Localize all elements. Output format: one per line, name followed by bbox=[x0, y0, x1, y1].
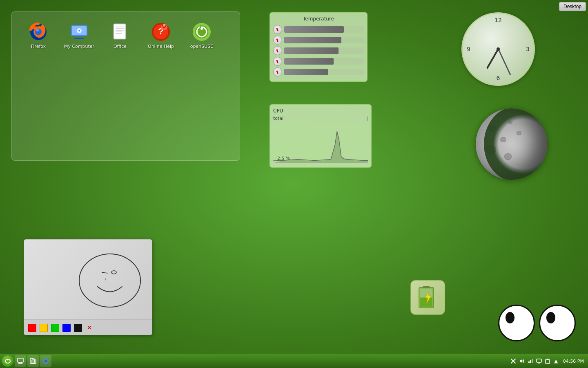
tray-tools-icon[interactable] bbox=[510, 357, 517, 365]
onlinehelp-label: Online Help bbox=[148, 44, 174, 49]
svg-point-35 bbox=[7, 359, 9, 361]
temp-row-2 bbox=[273, 36, 364, 45]
temp-gauge-3 bbox=[273, 46, 282, 55]
drawing-toolbar: ✕ bbox=[24, 319, 152, 335]
color-yellow[interactable] bbox=[40, 324, 48, 332]
svg-rect-7 bbox=[74, 38, 84, 39]
clock-center bbox=[497, 47, 500, 51]
clock-9: 9 bbox=[467, 46, 470, 52]
temperature-widget: Temperature bbox=[270, 12, 368, 82]
drawing-close[interactable]: ✕ bbox=[85, 324, 94, 332]
color-blue[interactable] bbox=[62, 324, 71, 332]
tray-display-icon[interactable] bbox=[535, 357, 543, 365]
svg-rect-10 bbox=[114, 25, 125, 38]
moon-face bbox=[476, 108, 547, 180]
minute-hand bbox=[498, 49, 511, 75]
office-icon-item[interactable]: Office bbox=[102, 20, 138, 51]
svg-rect-52 bbox=[546, 359, 550, 364]
color-green[interactable] bbox=[51, 324, 59, 332]
svg-point-26 bbox=[79, 254, 140, 307]
battery-icon-large bbox=[416, 283, 440, 312]
drawing-canvas[interactable] bbox=[24, 240, 152, 319]
color-red[interactable] bbox=[28, 324, 36, 332]
taskbar-start-button[interactable] bbox=[2, 355, 13, 367]
tray-clipboard-icon[interactable] bbox=[544, 357, 551, 365]
svg-rect-47 bbox=[530, 360, 531, 363]
pupil-right bbox=[546, 312, 555, 323]
temp-bar-container-3 bbox=[284, 47, 364, 54]
clock-6: 6 bbox=[497, 75, 500, 81]
svg-rect-49 bbox=[537, 359, 541, 362]
svg-rect-36 bbox=[18, 358, 23, 362]
svg-rect-32 bbox=[420, 298, 432, 307]
svg-rect-46 bbox=[528, 361, 530, 363]
mycomputer-icon bbox=[69, 22, 89, 42]
drawing-widget[interactable]: ✕ bbox=[24, 239, 152, 335]
cpu-graph: 2.5 % bbox=[273, 122, 368, 163]
temp-gauge-2 bbox=[273, 36, 282, 45]
svg-point-3 bbox=[36, 29, 39, 31]
opensuse-label: openSUSE bbox=[190, 44, 213, 49]
icon-area: Firefox My Computer bbox=[11, 11, 240, 161]
temp-row-1 bbox=[273, 25, 364, 34]
taskbar-btn-2[interactable] bbox=[27, 355, 39, 367]
temp-gauge-5 bbox=[273, 67, 282, 76]
temp-row-4 bbox=[273, 57, 364, 66]
firefox-icon-item[interactable]: Firefox bbox=[20, 20, 57, 51]
temperature-title: Temperature bbox=[273, 16, 364, 22]
svg-rect-48 bbox=[532, 359, 533, 363]
taskbar: ▲ 04:56 PM bbox=[0, 354, 588, 368]
temp-bar-container-4 bbox=[284, 58, 364, 65]
color-black[interactable] bbox=[74, 324, 82, 332]
onlinehelp-icon-item[interactable]: ? Online Help bbox=[143, 20, 179, 51]
temp-bar-3 bbox=[284, 47, 339, 54]
temp-bar-4 bbox=[284, 58, 334, 65]
svg-line-27 bbox=[102, 272, 108, 273]
svg-point-23 bbox=[200, 27, 203, 30]
hour-hand bbox=[486, 49, 499, 69]
temp-bar-2 bbox=[284, 37, 341, 43]
svg-line-29 bbox=[105, 278, 106, 280]
office-label: Office bbox=[114, 44, 127, 49]
cpu-header: CPU bbox=[273, 108, 368, 114]
desktop-button[interactable]: Desktop bbox=[559, 2, 586, 11]
svg-marker-45 bbox=[520, 359, 522, 363]
svg-point-28 bbox=[111, 271, 116, 274]
temp-row-5 bbox=[273, 67, 364, 76]
mycomputer-label: My Computer bbox=[64, 44, 94, 49]
opensuse-icon-item[interactable]: openSUSE bbox=[183, 20, 220, 51]
clock-3: 3 bbox=[526, 46, 530, 52]
temp-row-3 bbox=[273, 46, 364, 55]
temp-gauge-4 bbox=[273, 57, 282, 66]
moon-widget bbox=[476, 108, 547, 180]
desktop: Desktop Firefox bbox=[0, 0, 588, 368]
tray-volume-icon[interactable] bbox=[518, 357, 526, 365]
firefox-icon bbox=[29, 22, 48, 42]
onlinehelp-icon: ? bbox=[151, 22, 171, 42]
taskbar-tray: ▲ 04:56 PM bbox=[510, 357, 586, 365]
icon-grid: Firefox My Computer bbox=[12, 12, 240, 59]
taskbar-btn-1[interactable] bbox=[15, 355, 26, 367]
mycomputer-icon-item[interactable]: My Computer bbox=[61, 20, 98, 51]
temp-bar-container-1 bbox=[284, 26, 364, 33]
eye-left bbox=[498, 305, 535, 341]
tray-network-icon[interactable] bbox=[527, 357, 534, 365]
cpu-stats: total | bbox=[273, 116, 368, 121]
clock-face: 12 3 6 9 bbox=[461, 12, 535, 86]
clock-12: 12 bbox=[494, 17, 502, 23]
eyes-widget bbox=[498, 305, 576, 341]
drawing-svg bbox=[24, 240, 152, 319]
temp-bar-container-2 bbox=[284, 37, 364, 43]
office-icon bbox=[110, 22, 130, 42]
svg-rect-41 bbox=[32, 360, 36, 364]
tray-arrow-icon[interactable]: ▲ bbox=[552, 357, 560, 365]
taskbar-btn-3[interactable] bbox=[40, 355, 51, 367]
eye-right bbox=[539, 305, 576, 341]
firefox-label: Firefox bbox=[31, 44, 46, 49]
clock-widget: 12 3 6 9 bbox=[461, 12, 535, 86]
opensuse-icon bbox=[192, 22, 212, 42]
cpu-total-label: total bbox=[273, 116, 283, 121]
cpu-bar-indicator: | bbox=[366, 116, 368, 121]
temp-bar-1 bbox=[284, 26, 344, 33]
svg-rect-31 bbox=[423, 286, 430, 288]
